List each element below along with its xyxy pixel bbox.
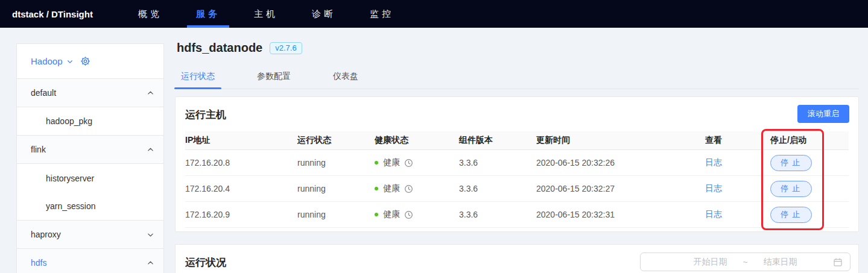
clock-icon[interactable]: [404, 210, 413, 219]
clock-icon[interactable]: [404, 184, 413, 193]
col-component-version: 组件版本: [459, 135, 536, 146]
nav-tab-overview[interactable]: 概览: [129, 0, 171, 28]
sidebar-item-label: yarn_session: [46, 201, 96, 211]
start-date-placeholder[interactable]: 开始日期: [693, 257, 727, 268]
col-stop-start: 停止/启动: [770, 135, 849, 146]
table-row: 172.16.20.9 running 健康 3.3.6 2020-06-15 …: [185, 202, 849, 228]
date-range-separator: ~: [743, 257, 747, 267]
sidebar-item-hdfs[interactable]: hdfs: [17, 249, 163, 273]
engine-name[interactable]: Hadoop: [31, 56, 63, 66]
log-link[interactable]: 日志: [705, 183, 722, 193]
table-row: 172.16.20.4 running 健康 3.3.6 2020-06-15 …: [185, 176, 849, 202]
hosts-card-title: 运行主机: [185, 109, 226, 121]
running-condition-card: 运行状况 开始日期 ~ 结束日期: [175, 244, 859, 273]
log-link[interactable]: 日志: [705, 209, 722, 219]
stop-button[interactable]: 停止: [770, 207, 812, 223]
nav-tab-hosts[interactable]: 主机: [245, 0, 287, 28]
table-row: 172.16.20.8 running 健康 3.3.6 2020-06-15 …: [185, 150, 849, 176]
health-dot-icon: [375, 213, 378, 216]
col-health-status: 健康状态: [375, 135, 459, 146]
sidebar-item-label: historyserver: [46, 174, 94, 183]
sidebar-item-default[interactable]: default: [17, 79, 163, 107]
cell-health: 健康: [375, 209, 459, 220]
nav-tab-services[interactable]: 服务: [187, 0, 229, 28]
sidebar-item-flink[interactable]: flink: [17, 136, 163, 164]
service-header: hdfs_datanode v2.7.6: [177, 41, 859, 55]
gear-icon[interactable]: [80, 56, 90, 66]
nav-tabs: 概览 服务 主机 诊断 监控: [129, 0, 419, 28]
stop-button[interactable]: 停止: [770, 155, 812, 171]
health-label: 健康: [383, 209, 400, 220]
chevron-down-icon: [147, 231, 154, 238]
service-sidebar: Hadoop default hadoop_pkg flink historys…: [16, 43, 164, 273]
cell-run-status: running: [297, 158, 375, 168]
status-card-title: 运行状况: [185, 257, 226, 268]
col-ip: IP地址: [185, 135, 297, 146]
cell-updated: 2020-06-15 20:32:31: [536, 210, 705, 219]
col-run-status: 运行状态: [297, 135, 375, 146]
cell-health: 健康: [375, 157, 459, 168]
health-dot-icon: [375, 187, 378, 190]
col-view: 查看: [705, 135, 770, 146]
cell-ip: 172.16.20.4: [185, 184, 297, 193]
hosts-table: IP地址 运行状态 健康状态 组件版本 更新时间 查看 停止/启动 172.16…: [185, 131, 849, 228]
tab-parameter-config[interactable]: 参数配置: [250, 65, 297, 89]
rolling-restart-button[interactable]: 滚动重启: [797, 105, 849, 123]
cell-health: 健康: [375, 183, 459, 194]
running-hosts-card: 运行主机 滚动重启 IP地址 运行状态 健康状态 组件版本 更新时间 查看 停止…: [175, 96, 859, 232]
chevron-up-icon: [147, 146, 154, 153]
cell-updated: 2020-06-15 20:32:26: [536, 158, 705, 168]
chevron-up-icon: [147, 90, 154, 96]
cell-version: 3.3.6: [459, 210, 536, 219]
cell-version: 3.3.6: [459, 158, 536, 168]
top-navbar: dtstack / DTinsight 概览 服务 主机 诊断 监控: [0, 0, 868, 28]
cell-ip: 172.16.20.9: [185, 210, 297, 219]
sidebar-item-label: hdfs: [31, 258, 46, 268]
cell-ip: 172.16.20.8: [185, 158, 297, 168]
sidebar-item-label: hadoop_pkg: [46, 116, 92, 126]
health-label: 健康: [383, 183, 400, 194]
nav-tab-diagnosis[interactable]: 诊断: [303, 0, 345, 28]
sidebar-item-label: default: [31, 88, 56, 98]
tab-dashboard[interactable]: 仪表盘: [326, 65, 365, 89]
hosts-table-header: IP地址 运行状态 健康状态 组件版本 更新时间 查看 停止/启动: [185, 131, 849, 150]
cell-updated: 2020-06-15 20:32:27: [536, 184, 705, 193]
clock-icon[interactable]: [404, 158, 413, 168]
sidebar-item-hadoop-pkg[interactable]: hadoop_pkg: [17, 107, 163, 136]
chevron-down-icon: [67, 58, 73, 64]
log-link[interactable]: 日志: [705, 157, 722, 167]
service-detail-tabs: 运行状态 参数配置 仪表盘: [174, 65, 859, 89]
sidebar-item-yarn-session[interactable]: yarn_session: [17, 192, 163, 221]
cell-version: 3.3.6: [459, 184, 536, 193]
stop-button[interactable]: 停止: [770, 181, 812, 197]
cell-run-status: running: [297, 210, 375, 219]
calendar-icon[interactable]: [833, 257, 843, 267]
page-title: hdfs_datanode: [177, 41, 262, 55]
sidebar-item-label: haproxy: [31, 230, 61, 239]
cell-run-status: running: [297, 184, 375, 193]
version-badge: v2.7.6: [270, 42, 302, 54]
health-dot-icon: [375, 161, 378, 165]
brand-logo[interactable]: dtstack / DTinsight: [12, 9, 93, 19]
engine-selector[interactable]: Hadoop: [17, 44, 163, 79]
col-update-time: 更新时间: [536, 135, 705, 146]
chevron-up-icon: [147, 260, 154, 266]
sidebar-item-haproxy[interactable]: haproxy: [17, 221, 163, 249]
sidebar-item-historyserver[interactable]: historyserver: [17, 164, 163, 192]
end-date-placeholder[interactable]: 结束日期: [764, 257, 797, 268]
health-label: 健康: [383, 157, 400, 168]
date-range-picker[interactable]: 开始日期 ~ 结束日期: [640, 253, 851, 271]
tab-running-status[interactable]: 运行状态: [174, 65, 221, 89]
sidebar-item-label: flink: [31, 145, 46, 154]
nav-tab-monitor[interactable]: 监控: [361, 0, 403, 28]
